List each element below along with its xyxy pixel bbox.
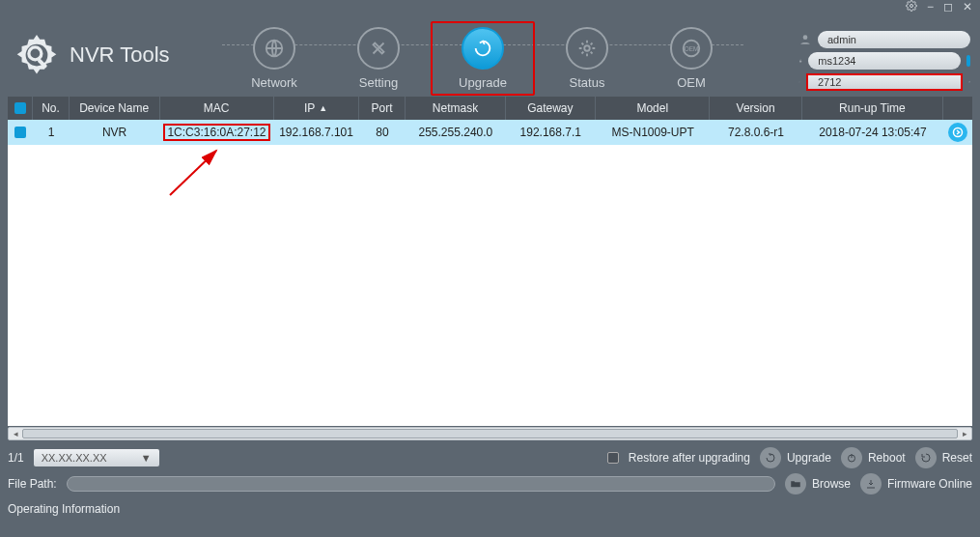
nav-label: Setting: [359, 75, 398, 90]
search-icon: [798, 75, 800, 89]
nav-upgrade[interactable]: Upgrade: [431, 21, 535, 96]
cell-version: 72.8.0.6-r1: [710, 120, 802, 145]
lock-icon: [798, 54, 802, 68]
svg-point-8: [803, 35, 808, 40]
cell-port: 80: [359, 120, 406, 145]
version-dropdown[interactable]: XX.XX.XX.XX ▼: [34, 449, 159, 466]
header-gateway[interactable]: Gateway: [506, 97, 597, 120]
nav-status[interactable]: Status: [535, 27, 639, 90]
status-icon: [566, 27, 608, 70]
user-icon: [798, 33, 812, 46]
header-runup[interactable]: Run-up Time: [802, 97, 943, 120]
folder-icon: [785, 473, 806, 495]
globe-icon: [253, 27, 295, 70]
nav-oem[interactable]: OEM OEM: [639, 27, 743, 90]
minimize-button[interactable]: −: [927, 0, 934, 14]
scroll-left-icon[interactable]: ◂: [9, 428, 22, 439]
download-icon: [860, 473, 882, 495]
cell-runup: 2018-07-24 13:05:47: [802, 120, 943, 145]
svg-point-0: [910, 4, 912, 7]
svg-point-11: [954, 128, 963, 137]
header-version[interactable]: Version: [710, 97, 802, 120]
page-indicator: 1/1: [8, 451, 24, 465]
header-netmask[interactable]: Netmask: [406, 97, 505, 120]
nav-network[interactable]: Network: [222, 27, 326, 90]
remember-checkbox[interactable]: [966, 55, 970, 67]
header-device-name[interactable]: Device Name: [70, 97, 160, 120]
username-input[interactable]: [818, 31, 970, 48]
upgrade-button[interactable]: Upgrade: [760, 447, 831, 468]
nav-label: Upgrade: [459, 75, 507, 90]
nav-label: Network: [251, 75, 297, 90]
gear-search-icon: [12, 30, 62, 80]
maximize-button[interactable]: ◻: [943, 0, 953, 14]
cell-device-name: NVR: [70, 120, 160, 145]
horizontal-scrollbar[interactable]: ◂ ▸: [8, 427, 972, 440]
nav-label: Status: [570, 75, 605, 90]
svg-point-5: [584, 45, 590, 51]
nav-setting[interactable]: Setting: [326, 27, 431, 90]
operating-information-label: Operating Information: [8, 502, 972, 516]
upgrade-icon: [462, 27, 504, 70]
cell-netmask: 255.255.240.0: [406, 120, 505, 145]
header-model[interactable]: Model: [596, 97, 710, 120]
row-checkbox[interactable]: [14, 127, 26, 138]
firmware-online-button[interactable]: Firmware Online: [860, 473, 972, 495]
dropdown-value: XX.XX.XX.XX: [42, 452, 107, 464]
svg-point-10: [798, 81, 799, 82]
tools-icon: [357, 27, 400, 70]
table-header: No. Device Name MAC IP Port Netmask Gate…: [8, 97, 972, 120]
file-path-input[interactable]: [67, 476, 775, 492]
scroll-thumb[interactable]: [22, 429, 958, 438]
cell-no: 1: [33, 120, 69, 145]
app-title: NVR Tools: [70, 42, 170, 68]
oem-icon: OEM: [670, 27, 713, 70]
reset-button[interactable]: Reset: [915, 447, 972, 468]
reboot-button[interactable]: Reboot: [841, 447, 906, 468]
cell-gateway: 192.168.7.1: [505, 120, 596, 145]
browse-button[interactable]: Browse: [785, 473, 851, 495]
cell-ip: 192.168.7.101: [274, 120, 359, 145]
device-table: No. Device Name MAC IP Port Netmask Gate…: [8, 97, 972, 426]
scroll-right-icon[interactable]: ▸: [958, 428, 971, 439]
select-all-checkbox[interactable]: [14, 102, 26, 114]
svg-rect-9: [799, 61, 801, 63]
header-mac[interactable]: MAC: [160, 97, 274, 120]
header-no[interactable]: No.: [33, 97, 70, 120]
app-logo: NVR Tools: [12, 30, 170, 80]
header-ip[interactable]: IP: [274, 97, 359, 120]
restore-label: Restore after upgrading: [629, 451, 750, 465]
nav-label: OEM: [677, 75, 706, 90]
refresh-icon[interactable]: [968, 75, 970, 89]
search-input[interactable]: [806, 73, 963, 91]
svg-text:OEM: OEM: [685, 45, 699, 52]
upgrade-icon: [760, 447, 781, 468]
close-button[interactable]: ✕: [963, 0, 972, 14]
restore-checkbox[interactable]: [607, 452, 619, 464]
reset-icon: [915, 447, 937, 468]
file-path-label: File Path:: [8, 477, 57, 491]
cell-mac: 1C:C3:16:0A:27:12: [163, 124, 269, 141]
settings-icon[interactable]: [906, 0, 917, 14]
table-row[interactable]: 1 NVR 1C:C3:16:0A:27:12 192.168.7.101 80…: [8, 120, 972, 145]
chevron-down-icon: ▼: [141, 452, 152, 464]
cell-model: MS-N1009-UPT: [596, 120, 710, 145]
row-action-button[interactable]: [948, 123, 967, 142]
header-port[interactable]: Port: [359, 97, 406, 120]
power-icon: [841, 447, 862, 468]
password-input[interactable]: [808, 52, 961, 70]
